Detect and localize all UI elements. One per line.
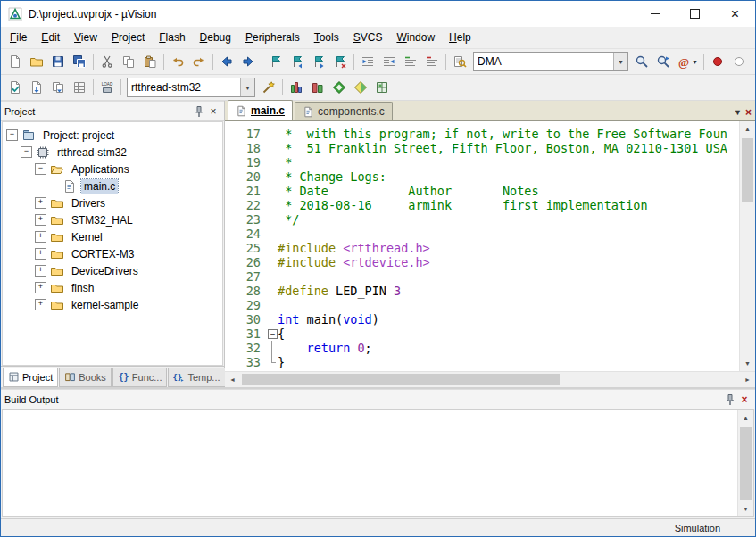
build-button[interactable] [26, 77, 47, 98]
nav-back-button[interactable] [216, 51, 237, 72]
paste-button[interactable] [139, 51, 161, 72]
comment-button[interactable] [400, 51, 421, 72]
download-button[interactable]: LOAD [96, 77, 118, 98]
panel-tab-project[interactable]: Project [3, 368, 58, 387]
scroll-down-button[interactable]: ▼ [740, 356, 755, 371]
menu-file[interactable]: File [3, 29, 34, 46]
project-close-button[interactable]: × [206, 104, 220, 119]
rebuild-button[interactable] [47, 77, 69, 98]
menu-window[interactable]: Window [389, 29, 442, 46]
menu-svcs[interactable]: SVCS [346, 29, 390, 46]
project-pin-button[interactable] [192, 104, 206, 119]
target-select[interactable]: ▼ [127, 78, 255, 97]
expand-icon[interactable]: + [35, 282, 46, 293]
tree-item-applications[interactable]: −Applications [3, 161, 222, 178]
tree-item-rtthread-stm32[interactable]: −rtthread-stm32 [3, 144, 222, 161]
cut-button[interactable] [96, 51, 118, 72]
web-search-button[interactable]: @▼ [674, 51, 701, 72]
tree-item-kernel[interactable]: +Kernel [3, 228, 222, 245]
tree-item-devicedrivers[interactable]: +DeviceDrivers [3, 262, 222, 279]
expand-icon[interactable]: + [35, 214, 46, 226]
vertical-scroll-thumb[interactable] [740, 427, 752, 500]
collapse-icon[interactable]: − [21, 146, 32, 158]
tree-item-project-project[interactable]: −Project: project [3, 127, 222, 144]
search-dropdown-button[interactable]: ▼ [613, 53, 627, 70]
tree-item-drivers[interactable]: +Drivers [3, 194, 222, 211]
close-button[interactable]: × [715, 1, 755, 27]
tab-list-dropdown-button[interactable]: ▼ [734, 108, 742, 117]
panel-tab-func-[interactable]: {}Func... [112, 368, 168, 387]
multi-project-button[interactable] [350, 77, 371, 98]
target-dropdown-button[interactable]: ▼ [240, 78, 254, 96]
search-combo[interactable]: ▼ [473, 52, 628, 71]
vertical-scroll-thumb[interactable] [742, 138, 753, 202]
find-next-button[interactable] [652, 51, 674, 72]
tree-item-cortex-m3[interactable]: +CORTEX-M3 [3, 245, 222, 262]
undo-button[interactable] [167, 51, 188, 72]
bookmark-next-button[interactable] [308, 51, 329, 72]
build-output-close-button[interactable]: × [737, 392, 752, 407]
batch-build-button[interactable] [69, 77, 90, 98]
tree-item-kernel-sample[interactable]: +kernel-sample [3, 296, 222, 313]
manage-rte-button[interactable] [328, 77, 350, 98]
scroll-up-button[interactable]: ▲ [740, 121, 755, 136]
editor-close-button[interactable]: × [745, 108, 752, 117]
menu-edit[interactable]: Edit [34, 29, 67, 46]
minimize-button[interactable] [635, 1, 675, 27]
save-button[interactable] [47, 51, 69, 72]
code-area[interactable]: 17 * with this program; if not, write to… [225, 121, 739, 371]
menu-peripherals[interactable]: Peripherals [238, 29, 307, 46]
fold-margin[interactable]: − [267, 326, 278, 341]
resize-grip[interactable] [735, 519, 755, 536]
new-file-button[interactable] [4, 51, 26, 72]
expand-icon[interactable]: + [35, 197, 46, 209]
translate-button[interactable] [4, 77, 26, 98]
menu-tools[interactable]: Tools [307, 29, 346, 46]
manage-items-button[interactable] [286, 77, 307, 98]
menu-project[interactable]: Project [104, 29, 152, 46]
panel-tab-temp-[interactable]: {}Temp... [168, 368, 225, 387]
build-output-pin-button[interactable] [723, 392, 737, 407]
search-input[interactable] [474, 54, 613, 69]
collapse-icon[interactable]: − [35, 163, 46, 175]
bookmark-button[interactable] [265, 51, 287, 72]
breakpoint-button[interactable] [707, 51, 728, 72]
tree-item-main-c[interactable]: main.c [3, 178, 222, 194]
target-input[interactable] [128, 80, 240, 95]
bookmark-clear-button[interactable] [329, 51, 351, 72]
find-button[interactable] [631, 51, 652, 72]
panel-tab-books[interactable]: Books [59, 368, 112, 387]
expand-icon[interactable]: + [35, 248, 46, 260]
tree-item-stm32-hal[interactable]: +STM32_HAL [3, 211, 222, 228]
menu-help[interactable]: Help [442, 29, 478, 46]
indent-button[interactable] [378, 51, 400, 72]
scroll-up-button[interactable]: ▲ [738, 410, 753, 425]
editor-tab-main-c[interactable]: main.c [228, 100, 293, 120]
horizontal-scroll-thumb[interactable] [242, 374, 560, 385]
maximize-button[interactable] [675, 1, 715, 27]
uncomment-button[interactable] [421, 51, 443, 72]
expand-icon[interactable]: + [35, 265, 46, 277]
configure-target-button[interactable] [258, 77, 279, 98]
expand-icon[interactable]: + [35, 231, 46, 243]
file-extensions-button[interactable] [307, 77, 328, 98]
tree-item-finsh[interactable]: +finsh [3, 279, 222, 296]
scroll-right-button[interactable]: ► [740, 372, 755, 387]
nav-forward-button[interactable] [237, 51, 259, 72]
expand-icon[interactable]: + [35, 299, 46, 310]
redo-button[interactable] [188, 51, 210, 72]
pack-installer-button[interactable] [371, 77, 393, 98]
copy-button[interactable] [118, 51, 139, 72]
collapse-icon[interactable]: − [6, 129, 18, 141]
unindent-button[interactable] [357, 51, 378, 72]
editor-tab-components-c[interactable]: components.c [295, 102, 393, 120]
save-all-button[interactable] [69, 51, 90, 72]
open-folder-button[interactable] [26, 51, 47, 72]
fold-collapse-icon[interactable]: − [268, 329, 278, 339]
bookmark-prev-button[interactable] [287, 51, 308, 72]
menu-view[interactable]: View [67, 29, 104, 46]
menu-debug[interactable]: Debug [193, 29, 238, 46]
build-output-content[interactable] [3, 410, 737, 516]
scroll-left-button[interactable]: ◄ [225, 372, 240, 387]
menu-flash[interactable]: Flash [152, 29, 192, 46]
